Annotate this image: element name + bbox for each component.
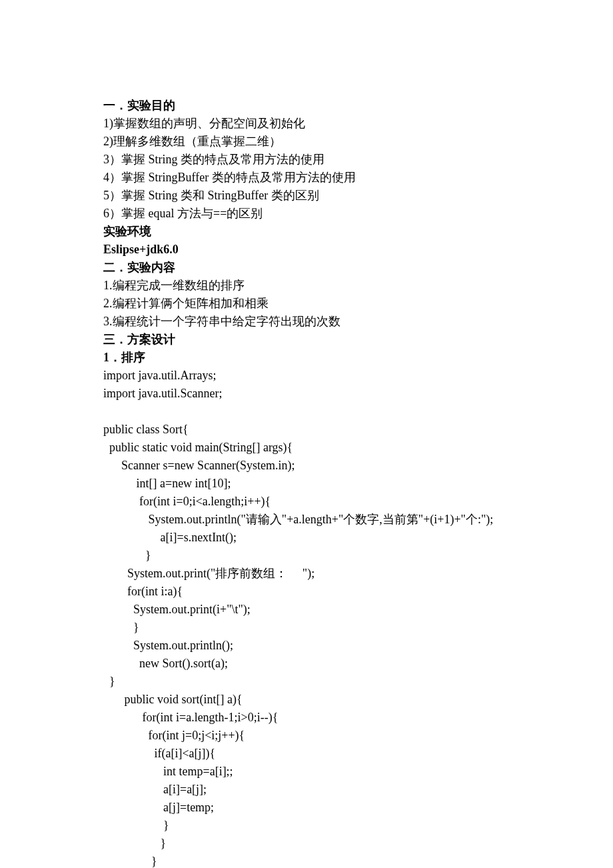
text-line: for(int i:a){ <box>103 583 510 601</box>
document-page: 一．实验目的1)掌握数组的声明、分配空间及初始化2)理解多维数组（重点掌握二维）… <box>0 0 613 868</box>
text-line: 6）掌握 equal 方法与==的区别 <box>103 205 510 223</box>
text-line: } <box>103 547 510 565</box>
text-line: for(int j=0;j<i;j++){ <box>103 727 510 745</box>
text-line: import java.util.Arrays; <box>103 367 510 385</box>
document-body: 一．实验目的1)掌握数组的声明、分配空间及初始化2)理解多维数组（重点掌握二维）… <box>103 97 510 868</box>
text-line: } <box>103 835 510 853</box>
text-line: public void sort(int[] a){ <box>103 691 510 709</box>
text-line: a[i]=a[j]; <box>103 781 510 799</box>
text-line: } <box>103 817 510 835</box>
text-line: 4）掌握 StringBuffer 类的特点及常用方法的使用 <box>103 169 510 187</box>
text-line: System.out.print("排序前数组： "); <box>103 565 510 583</box>
text-line: } <box>103 673 510 691</box>
text-line: 5）掌握 String 类和 StringBuffer 类的区别 <box>103 187 510 205</box>
text-line: 实验环境 <box>103 223 510 241</box>
text-line: System.out.println("请输入"+a.length+"个数字,当… <box>103 511 510 529</box>
text-line: Scanner s=new Scanner(System.in); <box>103 457 510 475</box>
text-line <box>103 403 510 421</box>
text-line: 2.编程计算俩个矩阵相加和相乘 <box>103 295 510 313</box>
text-line: new Sort().sort(a); <box>103 655 510 673</box>
text-line: 三．方案设计 <box>103 331 510 349</box>
text-line: 1.编程完成一维数组的排序 <box>103 277 510 295</box>
text-line: 1)掌握数组的声明、分配空间及初始化 <box>103 115 510 133</box>
text-line: 二．实验内容 <box>103 259 510 277</box>
text-line: 2)理解多维数组（重点掌握二维） <box>103 133 510 151</box>
text-line: System.out.println(); <box>103 637 510 655</box>
text-line: for(int i=0;i<a.length;i++){ <box>103 493 510 511</box>
text-line: public static void main(String[] args){ <box>103 439 510 457</box>
text-line: System.out.print(i+"\t"); <box>103 601 510 619</box>
text-line: 3）掌握 String 类的特点及常用方法的使用 <box>103 151 510 169</box>
text-line: if(a[i]<a[j]){ <box>103 745 510 763</box>
text-line: int[] a=new int[10]; <box>103 475 510 493</box>
text-line: } <box>103 853 510 868</box>
text-line: import java.util.Scanner; <box>103 385 510 403</box>
text-line: 一．实验目的 <box>103 97 510 115</box>
text-line: } <box>103 619 510 637</box>
text-line: int temp=a[i];; <box>103 763 510 781</box>
text-line: Eslipse+jdk6.0 <box>103 241 510 259</box>
text-line: for(int i=a.length-1;i>0;i--){ <box>103 709 510 727</box>
text-line: 3.编程统计一个字符串中给定字符出现的次数 <box>103 313 510 331</box>
text-line: 1．排序 <box>103 349 510 367</box>
text-line: public class Sort{ <box>103 421 510 439</box>
text-line: a[j]=temp; <box>103 799 510 817</box>
text-line: a[i]=s.nextInt(); <box>103 529 510 547</box>
